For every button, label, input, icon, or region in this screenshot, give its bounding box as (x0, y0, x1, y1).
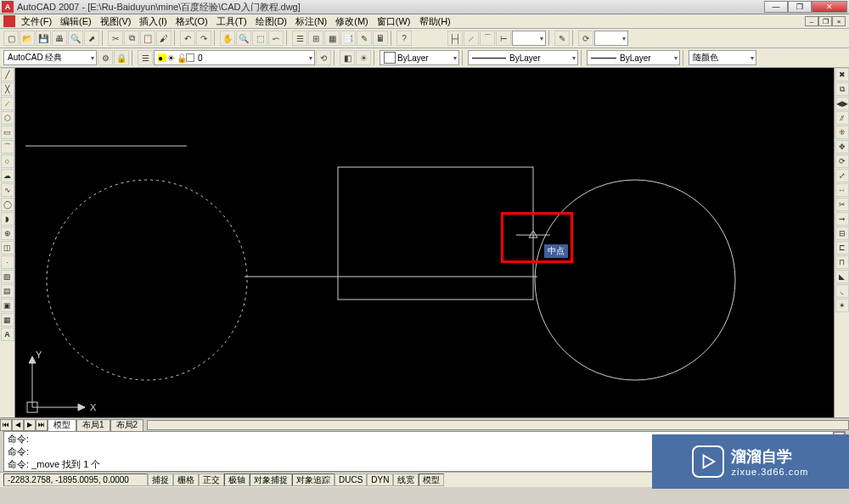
dim-sub-dropdown[interactable] (594, 31, 628, 46)
save-button[interactable]: 💾 (36, 31, 51, 46)
lineweight-dropdown[interactable]: ByLayer (587, 50, 680, 65)
paste-button[interactable]: 📋 (140, 31, 155, 46)
dim-aligned-button[interactable]: ⟋ (464, 31, 479, 46)
preview-button[interactable]: 🔍 (68, 31, 83, 46)
calc-button[interactable]: 🖩 (373, 31, 388, 46)
layer-props-button[interactable]: ☰ (138, 50, 153, 65)
copy-tool[interactable]: ⧉ (835, 82, 849, 96)
close-button[interactable]: ✕ (812, 1, 847, 13)
rotate-tool[interactable]: ⟳ (835, 154, 849, 168)
undo-button[interactable]: ↶ (180, 31, 195, 46)
workspace-settings-button[interactable]: ⚙ (98, 50, 113, 65)
toggle-ducs[interactable]: DUCS (335, 473, 367, 486)
erase-tool[interactable]: ✖ (835, 68, 849, 81)
zoom-rt-button[interactable]: 🔍 (236, 31, 251, 46)
workspace-lock-button[interactable]: 🔒 (114, 50, 129, 65)
hscrollbar[interactable] (147, 420, 849, 430)
chamfer-tool[interactable]: ◣ (835, 270, 849, 283)
tab-layout1[interactable]: 布局1 (76, 419, 110, 431)
menu-modify[interactable]: 修改(M) (331, 14, 373, 29)
dim-ord-button[interactable]: ⊢ (496, 31, 511, 46)
dim-style-dropdown[interactable] (512, 31, 546, 46)
toggle-snap[interactable]: 捕捉 (148, 473, 173, 486)
toggle-ortho[interactable]: 正交 (199, 473, 224, 486)
explode-tool[interactable]: ✶ (835, 299, 849, 312)
line-tool[interactable]: ╱ (1, 68, 14, 81)
menu-window[interactable]: 窗口(W) (373, 14, 415, 29)
layer-iso-button[interactable]: ◧ (340, 50, 355, 65)
break-tool[interactable]: ⊏ (835, 241, 849, 255)
tab-next-button[interactable]: ▶ (24, 419, 36, 431)
join-tool[interactable]: ⊓ (835, 255, 849, 269)
copy-button[interactable]: ⧉ (124, 31, 139, 46)
stretch-tool[interactable]: ↔ (835, 183, 849, 197)
toggle-grid[interactable]: 栅格 (173, 473, 199, 486)
region-tool[interactable]: ▣ (1, 299, 14, 312)
pan-button[interactable]: ✋ (220, 31, 235, 46)
revcloud-tool[interactable]: ☁ (1, 169, 14, 182)
toggle-model[interactable]: 模型 (419, 473, 444, 486)
scale-tool[interactable]: ⤢ (835, 169, 849, 182)
linetype-dropdown[interactable]: ByLayer (468, 50, 578, 65)
xline-tool[interactable]: ╳ (1, 82, 14, 96)
publish-button[interactable]: ⬈ (84, 31, 99, 46)
tab-model[interactable]: 模型 (48, 419, 76, 431)
menu-help[interactable]: 帮助(H) (415, 14, 455, 29)
pline-tool[interactable]: ⟋ (1, 97, 14, 110)
circle-tool[interactable]: ○ (1, 154, 14, 168)
point-tool[interactable]: · (1, 255, 14, 269)
ellipse-tool[interactable]: ◯ (1, 198, 14, 211)
dim-update-button[interactable]: ⟳ (578, 31, 593, 46)
tab-prev-button[interactable]: ◀ (12, 419, 24, 431)
spline-tool[interactable]: ∿ (1, 183, 14, 197)
toggle-polar[interactable]: 极轴 (224, 473, 250, 486)
toolpal-button[interactable]: ▦ (324, 31, 340, 46)
ssm-button[interactable]: 📑 (340, 31, 356, 46)
insert-tool[interactable]: ⊕ (1, 227, 14, 240)
zoom-prev-button[interactable]: ⤺ (268, 31, 284, 46)
tab-last-button[interactable]: ⏭ (36, 419, 48, 431)
properties-button[interactable]: ☰ (292, 31, 307, 46)
color-dropdown[interactable]: ByLayer (380, 50, 459, 65)
plotstyle-dropdown[interactable]: 随颜色 (689, 50, 756, 65)
markup-button[interactable]: ✎ (357, 31, 372, 46)
gradient-tool[interactable]: ▤ (1, 284, 14, 298)
ellipsearc-tool[interactable]: ◗ (1, 212, 14, 226)
minimize-button[interactable]: — (764, 1, 788, 13)
array-tool[interactable]: ⁜ (835, 126, 849, 139)
open-button[interactable]: 📂 (20, 31, 35, 46)
polygon-tool[interactable]: ⬡ (1, 111, 14, 125)
menu-insert[interactable]: 插入(I) (135, 14, 171, 29)
toggle-osnap[interactable]: 对象捕捉 (250, 473, 292, 486)
mirror-tool[interactable]: ◀▶ (835, 97, 849, 110)
mdi-restore-button[interactable]: ❐ (818, 16, 832, 26)
menu-edit[interactable]: 编辑(E) (56, 14, 96, 29)
dim-edit-button[interactable]: ✎ (554, 31, 570, 46)
dim-arc-button[interactable]: ⌒ (480, 31, 495, 46)
mdi-minimize-button[interactable]: – (805, 16, 818, 26)
layer-dropdown[interactable]: ●☀🔓 0 (154, 50, 315, 65)
layer-thaw-button[interactable]: ☀ (356, 50, 371, 65)
zoom-win-button[interactable]: ⬚ (252, 31, 267, 46)
toggle-lwt[interactable]: 线宽 (393, 473, 419, 486)
arc-tool[interactable]: ⌒ (1, 140, 14, 154)
menu-view[interactable]: 视图(V) (96, 14, 136, 29)
toggle-otrack[interactable]: 对象追踪 (292, 473, 335, 486)
redo-button[interactable]: ↷ (196, 31, 211, 46)
workspace-dropdown[interactable]: AutoCAD 经典 (3, 50, 97, 65)
matchprop-button[interactable]: 🖌 (156, 31, 171, 46)
offset-tool[interactable]: ⫽ (835, 111, 849, 125)
mdi-close-button[interactable]: × (832, 16, 846, 26)
menu-format[interactable]: 格式(O) (171, 14, 212, 29)
dim-linear-button[interactable]: ├┤ (447, 31, 463, 46)
dcenter-button[interactable]: ⊞ (308, 31, 323, 46)
hatch-tool[interactable]: ▨ (1, 270, 14, 283)
maximize-button[interactable]: ❐ (788, 1, 812, 13)
fillet-tool[interactable]: ◟ (835, 284, 849, 298)
menu-tools[interactable]: 工具(T) (212, 14, 251, 29)
menu-draw[interactable]: 绘图(D) (251, 14, 291, 29)
drawing-canvas[interactable]: X Y 中点 (15, 68, 834, 417)
rectangle-tool[interactable]: ▭ (1, 126, 14, 139)
block-tool[interactable]: ◫ (1, 241, 14, 255)
extend-tool[interactable]: ➞ (835, 212, 849, 226)
